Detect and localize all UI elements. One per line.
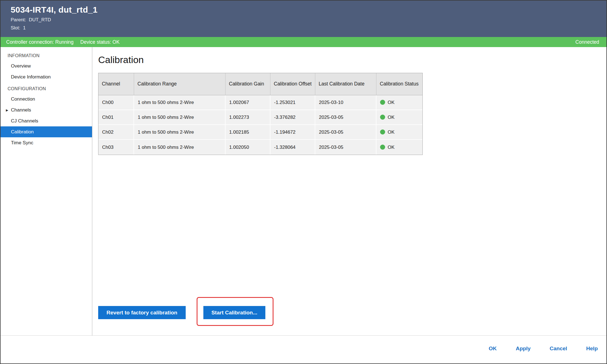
cell-gain: 1.002067 [226, 95, 270, 110]
cancel-button[interactable]: Cancel [550, 346, 567, 352]
cell-status: OK [376, 95, 422, 110]
cell-channel: Ch00 [98, 95, 134, 110]
sidebar-item-connection[interactable]: Connection [1, 94, 92, 105]
sidebar-item-cj-channels[interactable]: CJ Channels [1, 115, 92, 126]
cell-channel: Ch01 [98, 110, 134, 125]
cell-gain: 1.002273 [226, 110, 270, 125]
cell-range: 1 ohm to 500 ohms 2-Wire [134, 125, 226, 140]
cell-gain: 1.002050 [226, 140, 270, 155]
status-text: OK [388, 129, 395, 135]
connection-state: Connected [575, 39, 599, 45]
cell-date: 2025-03-10 [315, 95, 376, 110]
cell-channel: Ch03 [98, 140, 134, 155]
cell-offset: -1.194672 [270, 125, 315, 140]
table-row: Ch02 1 ohm to 500 ohms 2-Wire 1.002185 -… [98, 125, 422, 140]
status-bar: Controller connection: Running Device st… [1, 37, 606, 47]
status-text: OK [388, 145, 395, 150]
cell-channel: Ch02 [98, 125, 134, 140]
dialog-footer: OK Apply Cancel Help [489, 346, 598, 352]
col-header-gain: Calibration Gain [226, 73, 270, 95]
parent-label: Parent: [11, 17, 26, 22]
col-header-range: Calibration Range [134, 73, 226, 95]
sidebar-item-device-information[interactable]: Device Information [1, 71, 92, 82]
col-header-date: Last Calibration Date [315, 73, 376, 95]
footer-divider [1, 335, 606, 336]
cell-date: 2025-03-05 [315, 110, 376, 125]
device-title: 5034-IRT4I, dut_rtd_1 [11, 5, 606, 15]
ok-button[interactable]: OK [489, 346, 497, 352]
sidebar-item-channels[interactable]: ▶Channels [1, 105, 92, 115]
cell-offset: -1.328064 [270, 140, 315, 155]
start-calibration-button[interactable]: Start Calibration... [203, 306, 265, 319]
parent-value: DUT_RTD [29, 17, 51, 22]
apply-button[interactable]: Apply [516, 346, 531, 352]
sidebar-item-calibration[interactable]: Calibration [1, 126, 92, 137]
sidebar-divider [92, 47, 92, 335]
status-text: OK [388, 115, 395, 120]
sidebar: INFORMATION Overview Device Information … [1, 47, 92, 334]
status-ok-icon [380, 115, 385, 120]
col-header-channel: Channel [98, 73, 134, 95]
cell-range: 1 ohm to 500 ohms 2-Wire [134, 95, 226, 110]
slot-label: Slot: [11, 25, 20, 31]
status-ok-icon [380, 145, 385, 150]
device-slot-row: Slot:1 [11, 25, 606, 31]
cell-offset: -1.253021 [270, 95, 315, 110]
device-header: 5034-IRT4I, dut_rtd_1 Parent:DUT_RTD Slo… [1, 1, 606, 37]
help-button[interactable]: Help [586, 346, 598, 352]
cell-status: OK [376, 110, 422, 125]
expand-arrow-icon[interactable]: ▶ [6, 105, 11, 116]
cell-date: 2025-03-05 [315, 140, 376, 155]
sidebar-item-overview[interactable]: Overview [1, 61, 92, 71]
device-parent-row: Parent:DUT_RTD [11, 17, 606, 23]
col-header-status: Calibration Status [376, 73, 422, 95]
cell-range: 1 ohm to 500 ohms 2-Wire [134, 110, 226, 125]
cell-gain: 1.002185 [226, 125, 270, 140]
table-row: Ch01 1 ohm to 500 ohms 2-Wire 1.002273 -… [98, 110, 422, 125]
status-bar-left: Controller connection: Running Device st… [6, 39, 119, 45]
col-header-offset: Calibration Offset [270, 73, 315, 95]
table-header-row: Channel Calibration Range Calibration Ga… [98, 73, 422, 95]
cell-offset: -3.376282 [270, 110, 315, 125]
cell-status: OK [376, 125, 422, 140]
sidebar-item-time-sync[interactable]: Time Sync [1, 137, 92, 148]
status-ok-icon [380, 129, 385, 135]
cell-range: 1 ohm to 500 ohms 2-Wire [134, 140, 226, 155]
calibration-table: Channel Calibration Range Calibration Ga… [98, 73, 423, 155]
table-row: Ch03 1 ohm to 500 ohms 2-Wire 1.002050 -… [98, 140, 422, 155]
device-status: Device status: OK [80, 39, 119, 45]
cell-date: 2025-03-05 [315, 125, 376, 140]
table-row: Ch00 1 ohm to 500 ohms 2-Wire 1.002067 -… [98, 95, 422, 110]
status-text: OK [388, 100, 395, 105]
status-ok-icon [380, 100, 385, 105]
page-title: Calibration [98, 54, 144, 65]
slot-value: 1 [23, 25, 26, 31]
cell-status: OK [376, 140, 422, 155]
device-configuration-window: 5034-IRT4I, dut_rtd_1 Parent:DUT_RTD Slo… [0, 0, 607, 364]
sidebar-item-channels-label: Channels [11, 107, 31, 113]
controller-connection-status: Controller connection: Running [6, 39, 73, 45]
sidebar-section-information: INFORMATION [8, 53, 92, 58]
sidebar-section-configuration: CONFIGURATION [8, 86, 92, 91]
revert-to-factory-button[interactable]: Revert to factory calibration [98, 306, 186, 319]
